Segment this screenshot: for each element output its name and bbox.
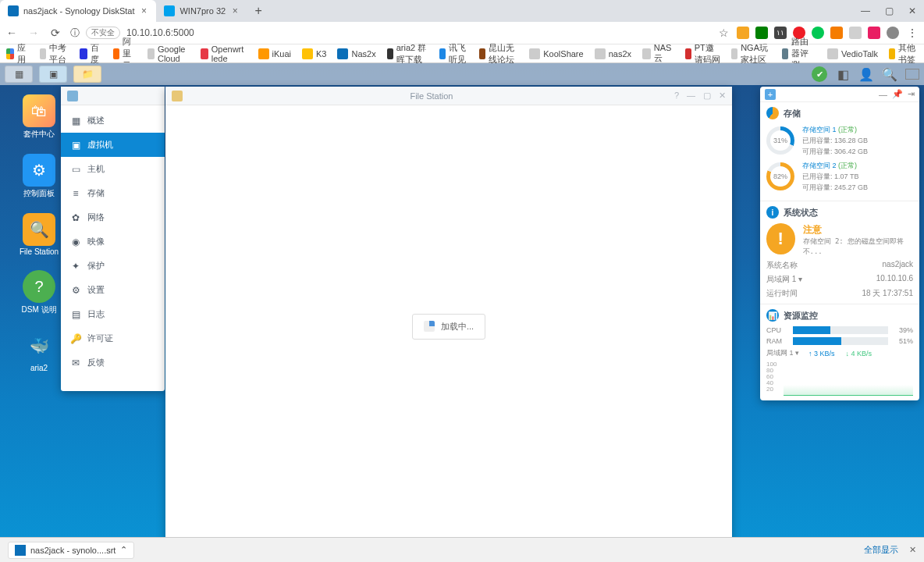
volume-row[interactable]: 31% 存储空间 1 (正常) 已用容量: 136.28 GB 可用容量: 30… [766, 124, 913, 157]
bookmark-item[interactable]: Openwrt lede [201, 44, 247, 63]
taskbar-filestation-button[interactable]: 📁 [73, 66, 101, 83]
desktop-icon-control-panel[interactable]: ⚙ 控制面板 [16, 154, 62, 199]
network-graph [784, 361, 913, 396]
info-row: 运行时间18 天 17:37:51 [766, 288, 913, 299]
other-bookmarks[interactable]: 其他书签 [889, 42, 918, 66]
desktop-icon-file-station[interactable]: 🔍 File Station [16, 213, 62, 256]
health-badge-icon[interactable]: ✔ [812, 66, 827, 82]
ext-icon[interactable] [755, 27, 768, 39]
close-icon[interactable]: ✕ [909, 545, 916, 555]
ext-icon[interactable] [849, 27, 862, 39]
bookmark-item[interactable]: 百度 [80, 42, 102, 66]
vmm-window: ▦概述▣虚拟机▭主机≡存储✿网络◉映像✦保护⚙设置▤日志🔑许可证✉反馈 [61, 87, 165, 391]
help-icon[interactable]: ? [674, 91, 679, 101]
vmm-titlebar[interactable] [61, 87, 165, 105]
forward-button[interactable]: → [27, 27, 41, 39]
info-icon[interactable]: ⓘ [70, 27, 80, 40]
nav-icon: ✿ [70, 212, 81, 223]
vmm-nav-item[interactable]: ▤日志 [61, 302, 165, 326]
nav-label: 反馈 [87, 357, 105, 368]
file-station-titlebar[interactable]: File Station ? — ▢ ✕ [165, 87, 732, 105]
bookmark-item[interactable]: 昆山无线论坛 [479, 42, 518, 66]
control-panel-icon: ⚙ [23, 154, 55, 187]
bookmark-item[interactable]: KoolShare [529, 48, 583, 59]
ext-icon[interactable] [868, 27, 880, 39]
url-field[interactable]: ⓘ 不安全 10.10.10.6:5000 [70, 27, 709, 40]
browser-tab[interactable]: WIN7pro 32 × [156, 0, 247, 22]
packages-icon[interactable]: ◧ [835, 66, 851, 82]
folder-icon [172, 91, 183, 101]
vmm-nav-item[interactable]: ✿网络 [61, 205, 165, 229]
taskbar-vmm-button[interactable]: ▣ [39, 66, 67, 83]
close-icon[interactable]: ✕ [901, 5, 924, 16]
desktop-icon-package-center[interactable]: 🛍 套件中心 [16, 94, 62, 140]
minimize-icon[interactable]: — [687, 91, 695, 101]
menu-icon[interactable]: ⋮ [905, 27, 919, 39]
vmm-nav-item[interactable]: ▣虚拟机 [61, 133, 165, 157]
vmm-nav-item[interactable]: ▭主机 [61, 157, 165, 181]
bookmark-item[interactable]: VedioTalk [827, 48, 878, 59]
bookmark-item[interactable]: nas2x [595, 48, 631, 59]
expand-icon[interactable]: ⇥ [908, 89, 915, 99]
desktop-icon-help[interactable]: ? DSM 说明 [16, 270, 62, 315]
bookmark-item[interactable]: 讯飞听见 [439, 42, 468, 66]
nav-icon: ▤ [70, 309, 81, 320]
nav-icon: ▦ [70, 116, 81, 126]
minimize-icon[interactable]: — [854, 5, 877, 16]
new-tab-button[interactable]: + [247, 4, 269, 18]
maximize-icon[interactable]: ▢ [703, 91, 711, 101]
download-item[interactable]: nas2jack - synolo....srt ⌃ [8, 542, 134, 559]
resource-section: 📊 资源监控 CPU 39% RAM 51% 局域网 1 ▾ ↑ 3 KB/s … [760, 304, 919, 400]
vmm-nav-item[interactable]: ▦概述 [61, 108, 165, 133]
desktop-icon-aria2[interactable]: 🐳 aria2 [16, 329, 62, 372]
bookmark-item[interactable]: iKuai [258, 48, 291, 59]
vmm-nav-item[interactable]: 🔑许可证 [61, 326, 165, 350]
dsm-desktop: ▦ ▣ 📁 ✔ ◧ 👤 🔍 🛍 套件中心 ⚙ 控制面板 🔍 File Stati… [0, 63, 924, 547]
tab-favicon [8, 5, 19, 16]
pin-icon[interactable]: 📌 [892, 89, 903, 99]
bookmark-item[interactable]: NAS云 [642, 43, 674, 64]
bookmark-item[interactable]: Google Cloud [147, 44, 189, 63]
monitor-icon: 📊 [766, 309, 779, 322]
volume-row[interactable]: 82% 存储空间 2 (正常) 已用容量: 1.07 TB 可用容量: 245.… [766, 160, 913, 193]
widgets-icon[interactable] [905, 69, 919, 80]
close-icon[interactable]: ✕ [719, 91, 726, 101]
browser-tab-active[interactable]: nas2jack - Synology DiskStat × [0, 0, 156, 22]
star-icon[interactable]: ☆ [716, 27, 730, 39]
tab-close-icon[interactable]: × [230, 6, 240, 16]
ext-icon[interactable] [887, 27, 899, 39]
lan-row[interactable]: 局域网 1 ▾ ↑ 3 KB/s ↓ 4 KB/s [766, 348, 913, 358]
show-all-downloads[interactable]: 全部显示 [864, 544, 898, 556]
add-widget-button[interactable]: + [765, 89, 776, 100]
info-row[interactable]: 局域网 1 ▾10.10.10.6 [766, 274, 913, 285]
vmm-nav-item[interactable]: ≡存储 [61, 181, 165, 205]
tab-favicon [164, 5, 175, 16]
bookmark-item[interactable]: NGA玩家社区 [731, 42, 771, 66]
ext-icon[interactable] [830, 27, 843, 39]
bookmark-item[interactable]: PT邀请码网 [685, 42, 720, 66]
chevron-up-icon[interactable]: ⌃ [120, 545, 127, 555]
nav-label: 存储 [87, 187, 105, 199]
nav-label: 保护 [87, 260, 105, 272]
main-menu-button[interactable]: ▦ [5, 66, 33, 83]
ext-icon[interactable] [737, 27, 749, 39]
user-icon[interactable]: 👤 [858, 66, 874, 82]
minimize-icon[interactable]: — [879, 90, 887, 99]
dashboard-widget: + — 📌 ⇥ 存储 31% 存储空间 1 (正常) 已用容量: 136.28 … [760, 87, 919, 400]
back-button[interactable]: ← [5, 27, 19, 39]
bookmark-item[interactable]: Nas2x [337, 48, 375, 59]
bookmark-item[interactable]: aria2 群晖下载 [387, 42, 428, 66]
bookmark-item[interactable]: K3 [302, 48, 326, 59]
vmm-nav-item[interactable]: ✉反馈 [61, 350, 165, 375]
tab-close-icon[interactable]: × [139, 6, 148, 16]
search-icon[interactable]: 🔍 [882, 66, 897, 82]
bookmark-item[interactable]: 中考平台 [40, 42, 69, 66]
ram-bar: RAM 51% [766, 337, 913, 345]
apps-button[interactable]: 应用 [6, 42, 29, 66]
dashboard-header[interactable]: + — 📌 ⇥ [760, 87, 919, 102]
vmm-nav-item[interactable]: ✦保护 [61, 254, 165, 278]
maximize-icon[interactable]: ▢ [877, 5, 901, 16]
reload-button[interactable]: ⟳ [48, 27, 62, 39]
vmm-nav-item[interactable]: ⚙设置 [61, 278, 165, 302]
vmm-nav-item[interactable]: ◉映像 [61, 229, 165, 254]
